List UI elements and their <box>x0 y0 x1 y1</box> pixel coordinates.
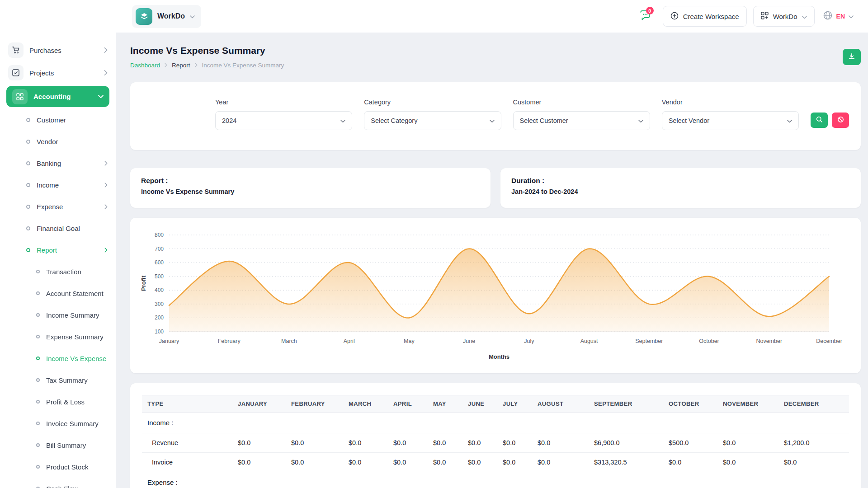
table-row-revenue: Revenue $0.0 $0.0 $0.0 $0.0 $0.0 $0.0 $0… <box>142 433 849 453</box>
chevron-right-icon <box>104 47 108 53</box>
sidebar-item-cash-flow[interactable]: Cash Flow <box>0 478 116 488</box>
workdo-logo-icon <box>136 8 152 25</box>
svg-text:800: 800 <box>155 232 164 238</box>
bullet-icon <box>26 205 30 209</box>
download-icon <box>848 53 855 61</box>
table-section-expense: Expense : <box>142 472 849 488</box>
year-select[interactable]: 2024 <box>215 111 352 130</box>
sidebar-item-income-summary[interactable]: Income Summary <box>0 304 116 326</box>
customer-select[interactable]: Select Customer <box>513 111 650 130</box>
sidebar-item-profit-loss[interactable]: Profit & Loss <box>0 391 116 413</box>
cell: $0.0 <box>232 453 286 472</box>
sidebar-item-accounting[interactable]: Accounting <box>6 86 109 107</box>
column-header: JULY <box>497 395 532 413</box>
cart-icon <box>8 42 24 58</box>
chevron-right-icon <box>104 70 108 75</box>
report-card-value: Income Vs Expense Summary <box>141 188 480 195</box>
bullet-icon <box>36 443 40 447</box>
column-header: TYPE <box>142 395 232 413</box>
column-header: DECEMBER <box>778 395 849 413</box>
table-header-row: TYPE JANUARY FEBRUARY MARCH APRIL MAY JU… <box>142 395 849 413</box>
customer-label: Customer <box>513 99 650 106</box>
svg-text:Months: Months <box>489 353 509 360</box>
breadcrumb-dashboard[interactable]: Dashboard <box>130 62 160 69</box>
sidebar-item-purchases[interactable]: Purchases <box>0 39 116 61</box>
messages-button[interactable]: 0 <box>634 6 656 27</box>
sidebar-item-bill-summary[interactable]: Bill Summary <box>0 434 116 456</box>
cell: $0.0 <box>532 453 589 472</box>
language-dropdown[interactable]: EN <box>821 10 855 22</box>
column-header: AUGUST <box>532 395 589 413</box>
bullet-icon <box>26 183 30 187</box>
sidebar-item-tax-summary[interactable]: Tax Summary <box>0 369 116 391</box>
cell: $0.0 <box>388 453 428 472</box>
sidebar-item-expense-summary[interactable]: Expense Summary <box>0 326 116 347</box>
cell: $0.0 <box>232 433 286 453</box>
bullet-icon <box>36 465 40 469</box>
breadcrumb-current: Income Vs Expense Summary <box>202 62 284 69</box>
accounting-grid-icon <box>12 89 28 104</box>
sidebar-item-vendor[interactable]: Vendor <box>0 131 116 152</box>
sidebar-item-projects[interactable]: Projects <box>0 61 116 84</box>
bullet-icon <box>36 291 40 295</box>
sidebar-item-account-statement[interactable]: Account Statement <box>0 282 116 304</box>
workspace-name: WorkDo <box>773 13 797 20</box>
sidebar-item-expense[interactable]: Expense <box>0 196 116 217</box>
chart-card: 100200300400500600700800JanuaryFebruaryM… <box>130 218 861 373</box>
sidebar-item-product-stock[interactable]: Product Stock <box>0 456 116 478</box>
cell: $0.0 <box>462 453 497 472</box>
svg-text:October: October <box>699 338 719 344</box>
bullet-icon <box>26 161 30 165</box>
reset-filter-icon <box>837 116 844 124</box>
cell: $6,900.0 <box>589 433 663 453</box>
chevron-down-icon <box>340 117 345 124</box>
sidebar-item-income[interactable]: Income <box>0 174 116 196</box>
column-header: FEBRUARY <box>286 395 343 413</box>
sidebar-item-banking[interactable]: Banking <box>0 152 116 174</box>
create-workspace-button[interactable]: Create Workspace <box>663 6 747 27</box>
breadcrumb-report[interactable]: Report <box>172 62 190 69</box>
svg-text:100: 100 <box>155 328 164 335</box>
cell: $0.0 <box>428 453 462 472</box>
bullet-icon <box>36 357 40 360</box>
svg-text:January: January <box>159 338 179 344</box>
sidebar-item-label: Projects <box>29 69 98 77</box>
reset-filter-button[interactable] <box>832 113 849 128</box>
sidebar-item-invoice-summary[interactable]: Invoice Summary <box>0 413 116 434</box>
svg-text:600: 600 <box>155 259 164 266</box>
download-button[interactable] <box>843 49 861 65</box>
main-content: Income Vs Expense Summary Dashboard Repo… <box>116 0 868 488</box>
sidebar-item-report[interactable]: Report <box>0 239 116 261</box>
table-row-invoice: Invoice $0.0 $0.0 $0.0 $0.0 $0.0 $0.0 $0… <box>142 453 849 472</box>
filter-panel: Year 2024 Category Select Category <box>130 82 861 150</box>
svg-text:400: 400 <box>155 287 164 293</box>
apply-filter-button[interactable] <box>811 113 828 128</box>
sidebar-item-financial-goal[interactable]: Financial Goal <box>0 217 116 239</box>
income-vs-expense-chart: 100200300400500600700800JanuaryFebruaryM… <box>130 231 861 367</box>
chevron-right-icon <box>104 183 108 188</box>
bullet-icon <box>36 400 40 404</box>
workspace-dropdown-button[interactable]: WorkDo <box>753 6 815 27</box>
brand-name: WorkDo <box>157 12 185 20</box>
sidebar-item-label: Accounting <box>33 93 92 100</box>
year-field: Year 2024 <box>215 99 352 130</box>
chevron-right-icon <box>104 248 108 253</box>
chevron-down-icon <box>787 117 792 124</box>
sidebar-item-customer[interactable]: Customer <box>0 109 116 131</box>
chevron-down-icon <box>638 117 643 124</box>
sidebar-item-transaction[interactable]: Transaction <box>0 261 116 282</box>
column-header: JUNE <box>462 395 497 413</box>
cell: $0.0 <box>497 433 532 453</box>
chevron-down-icon <box>849 12 854 20</box>
category-select[interactable]: Select Category <box>364 111 501 130</box>
bullet-icon <box>36 335 40 338</box>
cell: $0.0 <box>663 453 717 472</box>
vendor-select[interactable]: Select Vendor <box>662 111 799 130</box>
create-workspace-label: Create Workspace <box>683 13 739 20</box>
sidebar-item-income-vs-expense[interactable]: Income Vs Expense <box>0 347 116 369</box>
svg-text:June: June <box>463 338 475 344</box>
chevron-down-icon <box>490 117 495 124</box>
category-field: Category Select Category <box>364 99 501 130</box>
svg-text:200: 200 <box>155 314 164 321</box>
brand-switcher[interactable]: WorkDo <box>132 5 201 28</box>
